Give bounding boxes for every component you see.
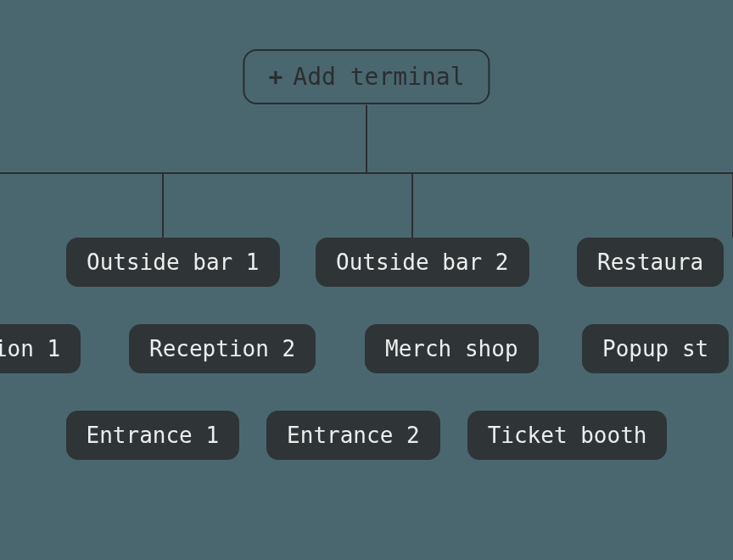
terminal-chip[interactable]: Entrance 2 — [266, 411, 440, 460]
terminal-chip[interactable]: Restaura — [577, 238, 724, 287]
terminal-chip[interactable]: Merch shop — [365, 324, 539, 373]
terminal-tree-diagram: { "add_button": { "plus": "+", "label": … — [0, 0, 733, 560]
terminal-chip[interactable]: Reception 2 — [129, 324, 316, 373]
add-terminal-button[interactable]: + Add terminal — [243, 49, 490, 104]
terminal-row-3: Entrance 1 Entrance 2 Ticket booth — [0, 411, 733, 460]
terminal-chip[interactable]: Outside bar 1 — [66, 238, 280, 287]
terminal-chip[interactable]: Ticket booth — [467, 411, 668, 460]
add-terminal-label: Add terminal — [293, 63, 464, 91]
terminal-chip[interactable]: Entrance 1 — [66, 411, 240, 460]
terminal-chip[interactable]: Outside bar 2 — [316, 238, 529, 287]
plus-icon: + — [268, 63, 283, 91]
terminal-chip[interactable]: Popup st — [582, 324, 729, 373]
terminal-chip[interactable]: eption 1 — [0, 324, 81, 373]
